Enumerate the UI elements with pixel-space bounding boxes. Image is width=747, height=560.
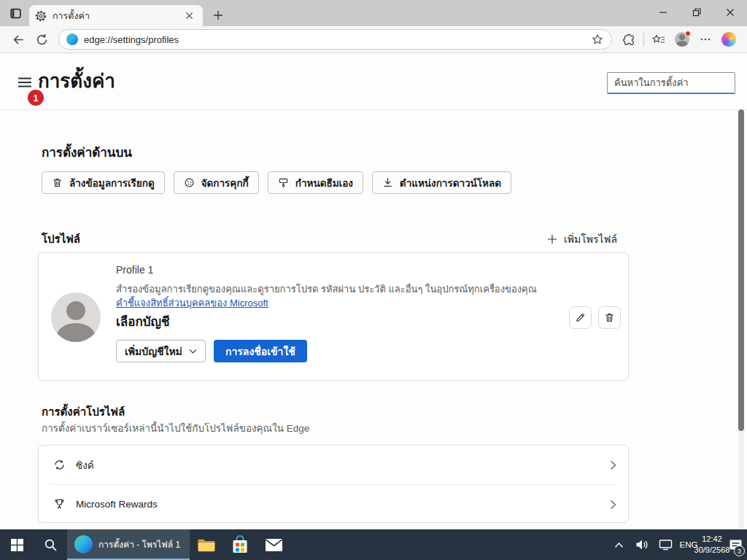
start-button[interactable]: [0, 529, 34, 560]
quick-actions-row: ล้างข้อมูลการเรียกดู จัดการคุกกี้ กำหนดธ…: [42, 171, 511, 194]
copilot-button[interactable]: [718, 29, 740, 50]
network-button[interactable]: [654, 529, 677, 560]
restore-icon: [692, 8, 701, 17]
toolbar-divider: [643, 32, 644, 47]
chevron-down-icon: [189, 349, 197, 354]
address-bar[interactable]: edge://settings/profiles: [58, 29, 612, 50]
tab-actions-icon: [9, 7, 22, 20]
tab-close-button[interactable]: [181, 8, 197, 24]
trophy-icon: [53, 498, 66, 510]
microsoft-rewards-row[interactable]: Microsoft Rewards: [39, 485, 628, 523]
action-center-button[interactable]: 3: [724, 529, 747, 560]
edge-logo-icon: [66, 34, 78, 45]
page-title: การตั้งค่า: [38, 68, 115, 94]
profile-card: Profile 1 สำรองข้อมูลการเรียกดูของคุณและ…: [38, 252, 629, 381]
profiles-header-row: โปรไฟล์ เพิ่มโพรไฟล์: [42, 230, 617, 248]
tab-title: การตั้งค่า: [53, 9, 181, 23]
star-icon: [592, 34, 603, 45]
scrollbar-track[interactable]: [738, 109, 744, 529]
sync-row[interactable]: ซิงค์: [39, 446, 628, 484]
taskbar-search-button[interactable]: [34, 529, 67, 560]
chevron-right-icon: [610, 460, 616, 470]
sync-label: ซิงค์: [76, 457, 610, 473]
refresh-button[interactable]: [31, 29, 53, 50]
profile-notification-dot: [685, 31, 691, 36]
add-profile-label: เพิ่มโพรไฟล์: [564, 231, 617, 247]
download-location-button[interactable]: ตำแหน่งการดาวน์โหลด: [372, 171, 511, 194]
profile-settings-heading: การตั้งค่าโปรไฟล์: [42, 403, 125, 421]
scrollbar-thumb[interactable]: [738, 109, 744, 431]
profile-button[interactable]: [671, 29, 693, 50]
delete-profile-button[interactable]: [598, 306, 621, 329]
favorite-page-button[interactable]: [587, 29, 608, 50]
new-tab-button[interactable]: [210, 7, 226, 23]
profile-settings-subtitle: การตั้งค่าเบราว์เซอร์เหล่านี้นำไปใช้กับโ…: [42, 420, 309, 436]
profiles-heading: โปรไฟล์: [42, 230, 80, 248]
mail-button[interactable]: [257, 529, 290, 560]
choose-account-heading: เลือกบัญชี: [116, 311, 170, 331]
edit-profile-button[interactable]: [569, 306, 592, 329]
folder-icon: [197, 537, 216, 553]
settings-page: การตั้งค่า 1 การตั้งค่าด้านบน ล้างข้อมูล…: [0, 53, 747, 529]
minimize-button[interactable]: [646, 0, 680, 24]
add-profile-button[interactable]: เพิ่มโพรไฟล์: [547, 231, 617, 247]
privacy-statement-link[interactable]: คำชี้แจงสิทธิ์ส่วนบุคคลของ Microsoft: [116, 295, 268, 311]
sign-in-button[interactable]: การลงชื่อเข้าใช้: [214, 340, 307, 362]
button-label: ล้างข้อมูลการเรียกดู: [69, 175, 155, 191]
plus-icon: [547, 234, 557, 244]
pencil-icon: [575, 312, 586, 323]
trash-icon: [604, 312, 615, 323]
edge-task-label: การตั้งค่า - โพรไฟล์ 1 ...: [98, 537, 182, 551]
copilot-icon: [721, 32, 736, 47]
manage-cookies-button[interactable]: จัดการคุกกี้: [174, 171, 259, 194]
favorites-hub-icon: [652, 34, 665, 46]
download-icon: [382, 177, 393, 188]
system-tray: ENG 12:42 30/9/2568 3: [607, 529, 747, 560]
minimize-icon: [659, 8, 667, 17]
ellipsis-icon: [700, 34, 711, 45]
tray-overflow-button[interactable]: [607, 529, 630, 560]
add-account-dropdown[interactable]: เพิ่มบัญชีใหม่: [116, 340, 206, 362]
mail-icon: [265, 538, 283, 552]
taskbar-clock[interactable]: 12:42 30/9/2568: [700, 529, 724, 560]
edge-taskbar-button[interactable]: การตั้งค่า - โพรไฟล์ 1 ...: [67, 529, 190, 560]
trash-icon: [52, 177, 63, 188]
file-explorer-button[interactable]: [190, 529, 223, 560]
customize-theme-button[interactable]: กำหนดธีมเอง: [268, 171, 363, 194]
store-icon: [231, 535, 249, 554]
annotation-step-1-badge: 1: [28, 90, 44, 106]
close-window-button[interactable]: [713, 0, 747, 24]
tab-actions-button[interactable]: [6, 4, 26, 23]
rewards-label: Microsoft Rewards: [76, 499, 610, 510]
restore-button[interactable]: [680, 0, 713, 24]
extensions-button[interactable]: [618, 29, 640, 50]
url-text: edge://settings/profiles: [84, 34, 587, 45]
clear-browsing-data-button[interactable]: ล้างข้อมูลการเรียกดู: [42, 171, 165, 194]
browser-toolbar: edge://settings/profiles: [0, 26, 747, 53]
button-label: ตำแหน่งการดาวน์โหลด: [400, 175, 501, 191]
chevron-up-icon: [614, 542, 624, 548]
button-label: จัดการคุกกี้: [201, 175, 249, 191]
close-icon: [726, 8, 735, 17]
top-settings-heading: การตั้งค่าด้านบน: [42, 142, 132, 162]
back-icon: [12, 34, 25, 46]
settings-menu-button[interactable]: [15, 72, 35, 93]
notification-count-badge: 3: [734, 545, 745, 556]
tab-strip: การตั้งค่า: [0, 0, 747, 26]
search-icon: [44, 538, 58, 552]
favorites-hub-button[interactable]: [648, 29, 670, 50]
button-label: กำหนดธีมเอง: [295, 175, 353, 191]
back-button[interactable]: [7, 29, 29, 50]
sync-icon: [53, 459, 66, 471]
puzzle-icon: [623, 34, 635, 46]
profile-name: Profile 1: [116, 264, 153, 276]
network-icon: [659, 539, 673, 551]
close-icon: [185, 12, 193, 20]
settings-and-more-button[interactable]: [694, 29, 716, 50]
active-tab[interactable]: การตั้งค่า: [29, 5, 203, 26]
volume-button[interactable]: [630, 529, 654, 560]
refresh-icon: [36, 34, 48, 46]
settings-search-input[interactable]: [607, 72, 735, 94]
microsoft-store-button[interactable]: [223, 529, 257, 560]
cookie-icon: [184, 177, 195, 188]
